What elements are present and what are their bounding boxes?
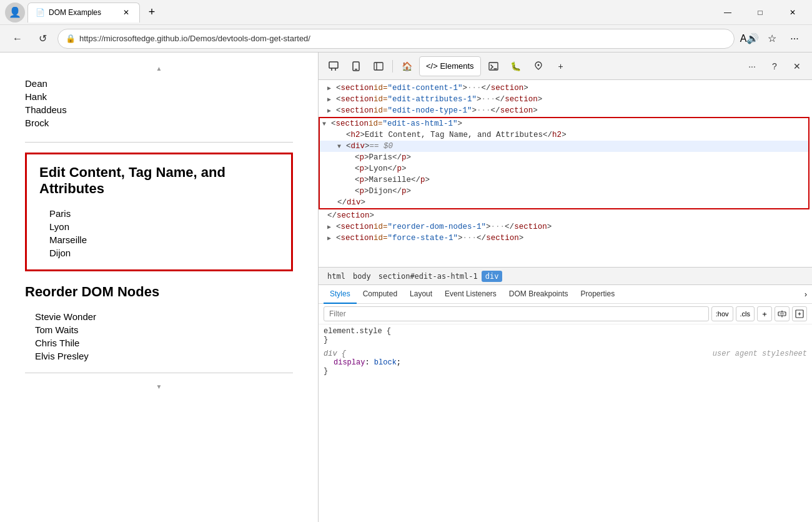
hov-filter-button[interactable]: :hov (711, 306, 733, 321)
console-button[interactable] (483, 56, 503, 76)
svg-point-6 (537, 64, 539, 66)
musician-list: Stevie Wonder Tom Waits Chris Thile Elvi… (25, 310, 293, 363)
css-value: block (374, 358, 397, 367)
cls-filter-button[interactable]: .cls (736, 306, 755, 321)
tab-event-listeners[interactable]: Event Listeners (438, 285, 503, 304)
dom-arrow-3[interactable]: ▶ (327, 107, 336, 114)
scroll-up-indicator: ▲ (25, 65, 293, 72)
dom-line-5[interactable]: <h2> Edit Content, Tag Name, and Attribu… (320, 129, 808, 141)
highlighted-section: Edit Content, Tag Name, and Attributes P… (25, 153, 293, 271)
tab-computed[interactable]: Computed (357, 285, 404, 304)
more-tools-button[interactable]: ··· (742, 56, 762, 76)
styles-filter-input[interactable] (324, 306, 709, 321)
tab-dom-breakpoints[interactable]: DOM Breakpoints (503, 285, 575, 304)
breadcrumb-section[interactable]: section#edit-as-html-1 (375, 271, 482, 282)
window-controls: — □ ✕ (713, 3, 807, 23)
dom-arrow-13[interactable]: ▶ (327, 223, 336, 231)
dom-line-1[interactable]: ▶ <section id="edit-content-1" > ··· </s… (319, 83, 812, 94)
highlighted-dom-block: ▼ <section id="edit-as-html-1" > <h2> Ed… (319, 117, 810, 209)
css-colon: : (365, 358, 374, 367)
new-tab-button[interactable]: + (142, 3, 161, 22)
section-heading: Edit Content, Tag Name, and Attributes (39, 164, 279, 197)
dom-line-6[interactable]: ▼ <div> == $0 (320, 141, 808, 152)
dom-arrow-6[interactable]: ▼ (337, 143, 346, 150)
add-style-rule-button[interactable]: + (757, 306, 772, 321)
favorites-button[interactable]: ☆ (762, 29, 782, 49)
devtools-panel: 🏠 </> Elements 🐛 + ··· ? ✕ ▶ <section (319, 53, 812, 522)
dom-line-2[interactable]: ▶ <section id="edit-attributes-1" > ··· … (319, 94, 812, 105)
dom-arrow-2[interactable]: ▶ (327, 96, 336, 103)
profile-icon[interactable]: 👤 (5, 3, 25, 23)
dom-line-7[interactable]: <p> Paris </p> (320, 152, 808, 163)
tab-close-button[interactable]: ✕ (121, 7, 132, 18)
dom-line-8[interactable]: <p> Lyon </p> (320, 163, 808, 174)
sidebar-toggle-button[interactable] (369, 56, 389, 76)
webpage-panel: ▲ Dean Hank Thaddeus Brock Edit Content,… (0, 53, 319, 522)
address-actions: A🔊 ☆ ··· (740, 29, 805, 49)
inspect-element-button[interactable] (324, 56, 344, 76)
toggle-device-button[interactable] (792, 306, 807, 321)
address-bar: ← ↺ 🔒 https://microsoftedge.github.io/De… (0, 25, 812, 53)
network-button[interactable] (528, 56, 548, 76)
more-button[interactable]: ··· (785, 29, 805, 49)
scroll-down-indicator: ▼ (25, 383, 293, 390)
settings-button[interactable]: ? (765, 56, 785, 76)
reorder-section: Reorder DOM Nodes Stevie Wonder Tom Wait… (25, 284, 293, 363)
lock-icon: 🔒 (66, 34, 76, 43)
css-closing-2: } (324, 367, 328, 376)
home-button[interactable]: 🏠 (397, 56, 417, 76)
dom-line-12[interactable]: </section> (319, 210, 812, 221)
dom-line-11[interactable]: </div> (320, 197, 808, 208)
dom-arrow-14[interactable]: ▶ (327, 234, 336, 242)
breadcrumb-html[interactable]: html (324, 271, 349, 282)
dom-line-13[interactable]: ▶ <section id="reorder-dom-nodes-1" > ··… (319, 221, 812, 233)
dom-line-3[interactable]: ▶ <section id="edit-node-type-1" > ··· <… (319, 105, 812, 116)
add-tool-button[interactable]: + (551, 56, 571, 76)
dom-line-9[interactable]: <p> Marseille </p> (320, 174, 808, 186)
styles-content: element.style { } div { user agent style… (319, 324, 812, 441)
url-text: https://microsoftedge.github.io/Demos/de… (79, 34, 726, 43)
list-item: Dijon (49, 246, 279, 259)
breadcrumb-div[interactable]: div (482, 271, 503, 282)
dom-line-14[interactable]: ▶ <section id="force-state-1" > ··· </se… (319, 233, 812, 244)
breadcrumb-body[interactable]: body (349, 271, 375, 282)
list-item: Marseille (49, 233, 279, 246)
close-button[interactable]: ✕ (778, 3, 807, 23)
main-area: ▲ Dean Hank Thaddeus Brock Edit Content,… (0, 53, 812, 522)
dom-tree[interactable]: ▶ <section id="edit-content-1" > ··· </s… (319, 80, 812, 268)
back-button[interactable]: ← (7, 29, 27, 49)
new-style-rule-button[interactable] (775, 306, 790, 321)
css-semicolon: ; (397, 358, 401, 367)
toolbar-separator (392, 60, 393, 73)
elements-tab-label: </> Elements (426, 61, 474, 71)
dom-arrow-1[interactable]: ▶ (327, 84, 336, 92)
tab-properties[interactable]: Properties (575, 285, 621, 304)
elements-tab[interactable]: </> Elements (419, 56, 481, 76)
devtools-close-button[interactable]: ✕ (787, 56, 807, 76)
tab-favicon: 📄 (36, 8, 45, 17)
read-aloud-button[interactable]: A🔊 (740, 29, 760, 49)
debugger-button[interactable]: 🐛 (506, 56, 526, 76)
dom-line-10[interactable]: <p> Dijon </p> (320, 186, 808, 197)
list-item: Chris Thile (35, 336, 293, 349)
name-list: Dean Hank Thaddeus Brock (25, 77, 293, 129)
breadcrumb-bar: html body section#edit-as-html-1 div (319, 268, 812, 285)
styles-chevron-icon[interactable]: › (805, 290, 807, 299)
active-tab[interactable]: 📄 DOM Examples ✕ (27, 3, 140, 23)
maximize-button[interactable]: □ (746, 3, 775, 23)
list-item: Lyon (49, 220, 279, 233)
list-item: Thaddeus (25, 103, 293, 116)
tab-layout[interactable]: Layout (404, 285, 438, 304)
dom-line-4[interactable]: ▼ <section id="edit-as-html-1" > (320, 118, 808, 129)
tab-styles[interactable]: Styles (324, 285, 357, 304)
refresh-button[interactable]: ↺ (32, 29, 52, 49)
device-emulation-button[interactable] (346, 56, 366, 76)
minimize-button[interactable]: — (713, 3, 742, 23)
styles-tabs-bar: Styles Computed Layout Event Listeners D… (319, 285, 812, 304)
list-item: Stevie Wonder (35, 310, 293, 323)
css-selector: element.style { (324, 327, 391, 336)
url-bar[interactable]: 🔒 https://microsoftedge.github.io/Demos/… (57, 29, 735, 49)
section-divider (25, 142, 293, 143)
css-rule-div: div { user agent stylesheet display: blo… (324, 349, 807, 376)
dom-arrow-4[interactable]: ▼ (322, 121, 331, 128)
